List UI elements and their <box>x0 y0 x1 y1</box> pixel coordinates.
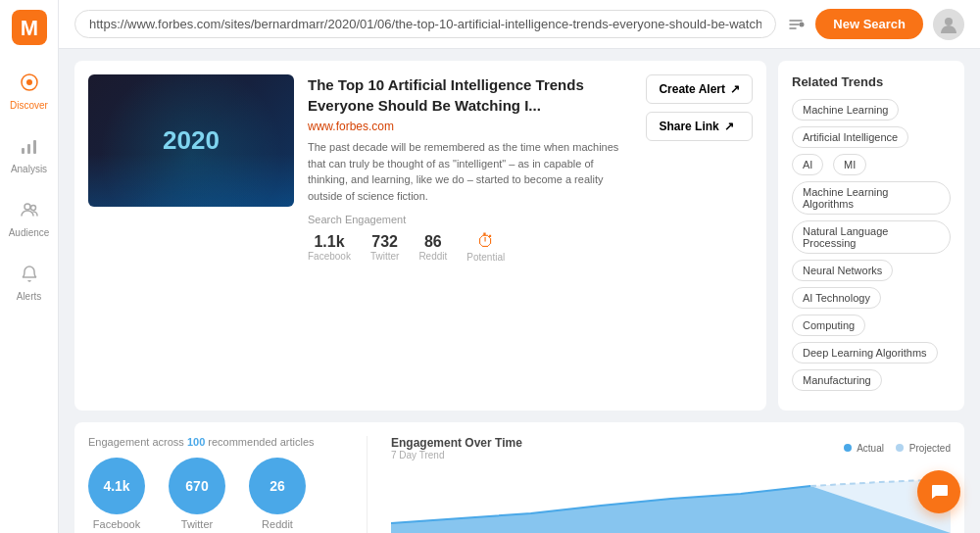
discover-icon <box>20 73 39 97</box>
sidebar-logo[interactable]: M <box>12 10 47 45</box>
engagement-chart: Engagement Over Time 7 Day Trend Actual <box>391 436 951 533</box>
content-area: 2020 The Top 10 Artificial Intelligence … <box>59 49 980 533</box>
engagement-count: 100 <box>187 436 205 448</box>
eng-twitter-circle: 670 <box>169 458 225 514</box>
share-link-icon: ↗ <box>724 120 734 133</box>
hero-stat-twitter: 732 Twitter <box>370 233 399 262</box>
chat-bubble[interactable] <box>917 470 960 513</box>
svg-point-7 <box>24 204 30 210</box>
svg-point-8 <box>30 206 35 211</box>
sidebar-item-analysis[interactable]: Analysis <box>4 128 55 182</box>
engagement-circles-row: 4.1k Facebook 670 Twitter 26 Reddit <box>88 458 343 530</box>
legend-projected: Projected <box>896 443 951 454</box>
sidebar-item-discover[interactable]: Discover <box>4 65 55 119</box>
trend-ai[interactable]: AI <box>792 154 823 175</box>
related-trends-title: Related Trends <box>792 74 951 89</box>
svg-rect-6 <box>33 140 36 154</box>
hero-reddit-label: Reddit <box>418 251 447 262</box>
hero-potential-label: Potential <box>466 252 505 263</box>
hero-stat-facebook: 1.1k Facebook <box>308 233 351 262</box>
related-trends-panel: Related Trends Machine Learning Artifici… <box>778 61 964 411</box>
hero-engagement-label: Search Engagement <box>308 214 632 225</box>
hero-actions: Create Alert ↗ Share Link ↗ <box>646 74 753 263</box>
legend-actual-dot <box>844 444 852 452</box>
alerts-icon <box>20 264 39 288</box>
trend-manufacturing[interactable]: Manufacturing <box>792 369 882 391</box>
trend-nlp[interactable]: Natural Language Processing <box>792 220 951 254</box>
create-alert-button[interactable]: Create Alert ↗ <box>646 74 753 104</box>
trend-mi[interactable]: MI <box>833 154 866 175</box>
stats-divider <box>367 436 368 533</box>
hero-stat-potential: ⏱ Potential <box>466 231 505 263</box>
hero-description: The past decade will be remembered as th… <box>308 139 632 204</box>
topbar: New Search <box>59 0 980 49</box>
hero-stats: 1.1k Facebook 732 Twitter 86 <box>308 231 632 263</box>
avatar[interactable] <box>933 9 964 40</box>
svg-text:M: M <box>20 16 37 40</box>
sidebar-label-audience: Audience <box>9 227 50 238</box>
hero-domain: www.forbes.com <box>308 120 632 133</box>
hero-text: The Top 10 Artificial Intelligence Trend… <box>308 74 753 397</box>
trend-computing[interactable]: Computing <box>792 315 865 336</box>
hero-facebook-value: 1.1k <box>308 233 351 251</box>
hero-twitter-value: 732 <box>370 233 399 251</box>
hero-card: 2020 The Top 10 Artificial Intelligence … <box>74 61 766 411</box>
chart-subtitle: 7 Day Trend <box>391 450 522 460</box>
eng-reddit: 26 Reddit <box>249 458 306 530</box>
hero-potential-icon: ⏱ <box>466 231 505 252</box>
legend-projected-dot <box>896 444 904 452</box>
trend-deep-learning[interactable]: Deep Learning Algorithms <box>792 342 938 363</box>
hero-twitter-label: Twitter <box>370 251 399 262</box>
related-trends-list: Machine Learning Artificial Intelligence… <box>792 99 951 397</box>
svg-point-3 <box>26 79 32 85</box>
create-alert-icon: ↗ <box>730 82 740 96</box>
hero-row: 2020 The Top 10 Artificial Intelligence … <box>74 61 964 411</box>
sidebar: M Discover Analysis Audience Alerts <box>0 0 59 533</box>
trend-artificial-intelligence[interactable]: Artificial Intelligence <box>792 126 908 148</box>
engagement-chart-svg <box>391 464 951 533</box>
main-content: New Search 2020 <box>59 0 980 533</box>
sidebar-label-discover: Discover <box>10 100 48 111</box>
sidebar-item-audience[interactable]: Audience <box>4 192 55 246</box>
eng-facebook-label: Facebook <box>88 518 145 530</box>
eng-facebook: 4.1k Facebook <box>88 458 145 530</box>
svg-point-12 <box>800 22 805 26</box>
trend-machine-learning[interactable]: Machine Learning <box>792 99 899 121</box>
hero-title: The Top 10 Artificial Intelligence Trend… <box>308 74 632 116</box>
trend-ai-technology[interactable]: AI Technology <box>792 287 881 309</box>
hero-stat-reddit: 86 Reddit <box>418 233 447 262</box>
chart-legend: Actual Projected <box>844 443 951 454</box>
hero-year: 2020 <box>163 125 220 156</box>
analysis-icon <box>20 136 39 161</box>
eng-twitter-label: Twitter <box>169 518 225 530</box>
eng-reddit-circle: 26 <box>249 458 306 514</box>
chart-title: Engagement Over Time <box>391 436 522 450</box>
eng-facebook-circle: 4.1k <box>88 458 145 514</box>
trend-neural-networks[interactable]: Neural Networks <box>792 260 893 281</box>
engagement-circles: Engagement across 100 recommended articl… <box>88 436 343 530</box>
engagement-across-label: Engagement across 100 recommended articl… <box>88 436 343 448</box>
filter-icon[interactable] <box>786 15 806 34</box>
sidebar-label-alerts: Alerts <box>17 291 42 302</box>
share-link-button[interactable]: Share Link ↗ <box>646 112 753 141</box>
engagement-section: Engagement across 100 recommended articl… <box>74 422 964 533</box>
chat-icon <box>928 481 950 503</box>
hero-facebook-label: Facebook <box>308 251 351 262</box>
svg-rect-5 <box>27 144 30 154</box>
sidebar-label-analysis: Analysis <box>11 164 47 174</box>
trend-ml-algorithms[interactable]: Machine Learning Algorithms <box>792 181 951 215</box>
new-search-button[interactable]: New Search <box>815 9 923 39</box>
sidebar-item-alerts[interactable]: Alerts <box>4 256 55 310</box>
hero-reddit-value: 86 <box>418 233 447 251</box>
svg-rect-4 <box>22 148 24 154</box>
url-input[interactable] <box>74 10 776 38</box>
legend-actual: Actual <box>844 443 884 454</box>
audience-icon <box>20 200 39 224</box>
eng-reddit-label: Reddit <box>249 518 306 530</box>
eng-twitter: 670 Twitter <box>169 458 225 530</box>
svg-point-13 <box>945 18 953 25</box>
hero-image: 2020 <box>88 74 294 207</box>
